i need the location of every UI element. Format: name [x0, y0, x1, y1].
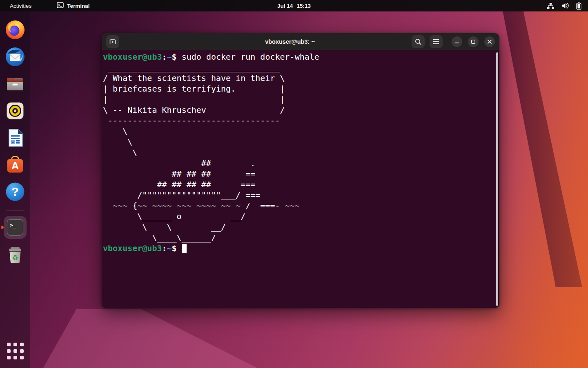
desktop: Activities Terminal Jul 14 15:13	[0, 0, 588, 368]
cowsay-whale-art: ___________________________________ / Wh…	[103, 63, 300, 242]
grid-dot	[7, 356, 11, 359]
minimize-button[interactable]	[452, 36, 462, 47]
svg-text:?: ?	[11, 185, 19, 198]
dock-item-terminal-active[interactable]: >_	[4, 216, 27, 239]
prompt-separator: :	[162, 52, 167, 62]
volume-icon	[561, 2, 569, 9]
prompt-symbol: $	[172, 52, 182, 62]
terminal-app-icon	[57, 2, 64, 9]
dock-item-libreoffice-writer[interactable]	[4, 127, 26, 148]
grid-dot	[7, 343, 11, 346]
focused-app-label: Terminal	[67, 3, 89, 9]
dock: A ?	[0, 11, 30, 368]
terminal-cursor	[182, 244, 187, 253]
focused-app-menu[interactable]: Terminal	[57, 2, 89, 9]
clock-button[interactable]: Jul 14 15:13	[277, 3, 311, 9]
help-icon: ?	[4, 181, 26, 202]
grid-dot	[20, 343, 24, 346]
dock-item-files[interactable]	[4, 73, 26, 94]
prompt-user-host: vboxuser@ub3	[103, 52, 162, 62]
prompt-path: ~	[167, 52, 172, 62]
close-button[interactable]	[484, 36, 495, 47]
top-bar: Activities Terminal Jul 14 15:13	[0, 0, 588, 11]
menu-button[interactable]	[430, 35, 443, 48]
terminal-dock-icon: >_	[7, 219, 23, 236]
activities-button[interactable]: Activities	[7, 2, 34, 10]
dock-item-thunderbird[interactable]	[4, 46, 26, 67]
search-button[interactable]	[412, 35, 425, 48]
battery-icon	[576, 2, 581, 10]
dock-divider	[6, 211, 24, 211]
grid-dot	[20, 349, 24, 353]
rhythmbox-icon	[4, 100, 26, 121]
grid-dot	[13, 356, 17, 359]
terminal-glyph: >_	[10, 222, 16, 228]
dock-item-trash[interactable]: ♻	[4, 245, 26, 266]
files-folder-icon	[4, 73, 26, 94]
prompt-user-host: vboxuser@ub3	[103, 243, 162, 253]
dock-item-ubuntu-software[interactable]: A	[4, 154, 26, 175]
grid-dot	[20, 356, 24, 359]
window-title: vboxuser@ub3: ~	[119, 38, 412, 45]
firefox-icon	[4, 19, 26, 40]
terminal-output: vboxuser@ub3:~$ sudo docker run docker-w…	[103, 52, 499, 254]
clock-date: Jul 14	[277, 3, 293, 9]
thunderbird-icon	[4, 46, 26, 67]
grid-dot	[13, 343, 17, 346]
terminal-content[interactable]: vboxuser@ub3:~$ sudo docker run docker-w…	[102, 50, 499, 308]
prompt-symbol: $	[172, 243, 182, 253]
dock-item-firefox[interactable]	[4, 19, 26, 40]
grid-dot	[7, 349, 11, 353]
terminal-titlebar[interactable]: vboxuser@ub3: ~	[102, 33, 499, 50]
svg-text:♻: ♻	[12, 254, 18, 262]
network-wired-icon	[547, 2, 555, 9]
maximize-button[interactable]	[468, 36, 479, 47]
new-tab-button[interactable]	[106, 35, 119, 48]
show-applications-button[interactable]	[4, 340, 26, 361]
grid-dot	[13, 349, 17, 353]
dock-item-help[interactable]: ?	[4, 181, 26, 202]
libreoffice-writer-icon	[4, 127, 26, 148]
prompt-separator: :	[162, 243, 167, 253]
running-indicator-dot	[1, 226, 4, 229]
ubuntu-software-icon: A	[4, 154, 26, 175]
terminal-scrollbar[interactable]	[496, 52, 498, 306]
command-text: sudo docker run docker-whale	[182, 52, 319, 62]
system-status-area[interactable]	[547, 2, 581, 10]
titlebar-controls	[412, 35, 495, 48]
prompt-path: ~	[167, 243, 172, 253]
terminal-window: vboxuser@ub3: ~	[102, 33, 499, 308]
trash-icon: ♻	[4, 245, 26, 266]
svg-text:A: A	[11, 160, 19, 171]
clock-time: 15:13	[296, 3, 311, 9]
dock-item-rhythmbox[interactable]	[4, 100, 26, 121]
